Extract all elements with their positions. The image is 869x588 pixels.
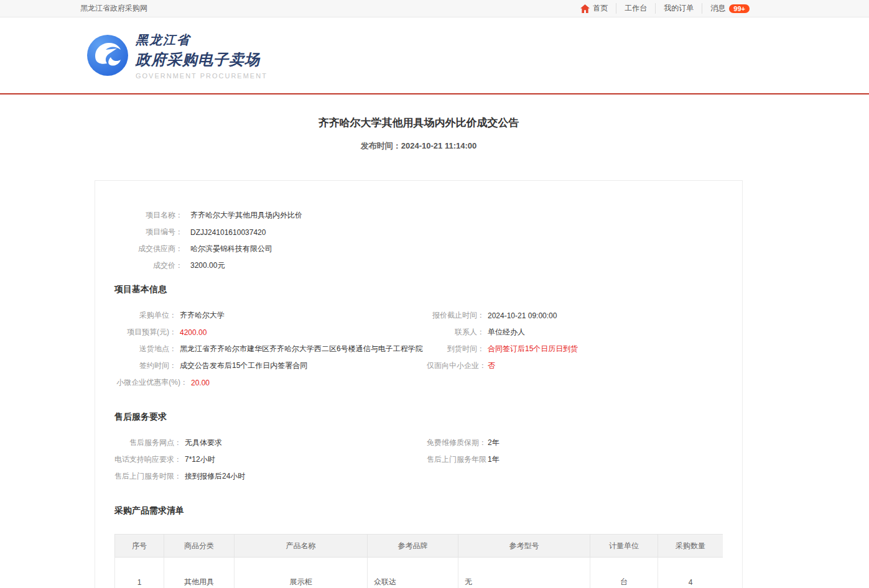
field-label: 项目名称： xyxy=(114,210,183,221)
section-title-basic-info: 项目基本信息 xyxy=(114,284,723,295)
cell-seq: 1 xyxy=(115,558,164,588)
main-content: 齐齐哈尔大学其他用具场内外比价成交公告 发布时间：2024-10-21 11:1… xyxy=(95,116,743,588)
field-label: 到货时间： xyxy=(427,344,485,354)
logo-text-block: 黑龙江省 政府采购电子卖场 GOVERNMENT PROCUREMENT xyxy=(136,32,267,80)
field-label: 小微企业优惠率(%)： xyxy=(114,377,188,388)
field-value-highlight: 否 xyxy=(488,361,495,371)
nav-home-label: 首页 xyxy=(593,3,608,14)
info-row-contact: 联系人： 单位经办人 xyxy=(427,324,723,341)
field-label: 采购单位： xyxy=(114,310,177,321)
field-label: 成交供应商： xyxy=(114,244,183,254)
field-value: 1年 xyxy=(488,454,500,465)
field-value: 齐齐哈尔大学其他用具场内外比价 xyxy=(190,210,302,221)
field-label: 项目编号： xyxy=(114,227,183,237)
info-row-sme-only: 仅面向中小企业： 否 xyxy=(427,357,723,374)
nav-messages[interactable]: 消息 99+ xyxy=(702,3,750,14)
field-value: 2024-10-21 09:00:00 xyxy=(488,311,557,320)
field-value: 无具体要求 xyxy=(185,438,222,448)
nav-my-orders[interactable]: 我的订单 xyxy=(655,3,702,14)
col-header-product-name: 产品名称 xyxy=(235,535,368,558)
product-table-container: 序号 商品分类 产品名称 参考品牌 参考型号 计量单位 采购数量 1 其他用具 … xyxy=(114,534,723,588)
site-logo[interactable]: 黑龙江省 政府采购电子卖场 GOVERNMENT PROCUREMENT xyxy=(87,32,267,80)
basic-info-left-col: 采购单位： 齐齐哈尔大学 项目预算(元)： 4200.00 送货地点： 黑龙江省… xyxy=(114,307,427,391)
publish-time-line: 发布时间：2024-10-21 11:14:00 xyxy=(95,140,743,152)
announcement-title: 齐齐哈尔大学其他用具场内外比价成交公告 xyxy=(95,116,743,130)
nav-messages-label: 消息 xyxy=(710,3,725,14)
info-row-service-outlet: 售后服务网点： 无具体要求 xyxy=(114,434,427,451)
field-value: 3200.00元 xyxy=(190,260,225,271)
nav-home[interactable]: 首页 xyxy=(572,3,616,14)
nav-my-orders-label: 我的订单 xyxy=(664,3,694,14)
site-name-link[interactable]: 黑龙江省政府采购网 xyxy=(80,3,147,14)
field-label: 联系人： xyxy=(427,327,485,338)
info-row-arrival-time: 到货时间： 合同签订后15个日历日到货 xyxy=(427,341,723,357)
field-label: 售后上门服务时限： xyxy=(114,471,182,482)
col-header-category: 商品分类 xyxy=(164,535,235,558)
announcement-card: 项目名称： 齐齐哈尔大学其他用具场内外比价 项目编号： DZJJ24101610… xyxy=(95,180,743,588)
col-header-seq: 序号 xyxy=(115,535,164,558)
logo-platform-name: 政府采购电子卖场 xyxy=(136,50,267,70)
info-row-purchaser: 采购单位： 齐齐哈尔大学 xyxy=(114,307,427,324)
section-title-product-list: 采购产品需求清单 xyxy=(114,505,723,517)
col-header-quantity: 采购数量 xyxy=(658,535,723,558)
summary-row-project-name: 项目名称： 齐齐哈尔大学其他用具场内外比价 xyxy=(114,207,723,224)
field-value-highlight: 20.00 xyxy=(191,379,210,387)
field-label: 售后上门服务年限： xyxy=(427,454,485,465)
publish-time-value: 2024-10-21 11:14:00 xyxy=(401,141,476,150)
publish-time-label: 发布时间： xyxy=(361,141,401,150)
message-count-badge[interactable]: 99+ xyxy=(729,4,750,13)
info-row-budget: 项目预算(元)： 4200.00 xyxy=(114,324,427,341)
after-sales-grid: 售后服务网点： 无具体要求 电话支持响应要求： 7*12小时 售后上门服务时限：… xyxy=(114,434,723,485)
field-value: 单位经办人 xyxy=(488,327,525,338)
col-header-unit: 计量单位 xyxy=(590,535,658,558)
field-label: 项目预算(元)： xyxy=(114,327,177,338)
dragon-logo-icon xyxy=(87,35,128,76)
basic-info-right-col: 报价截止时间： 2024-10-21 09:00:00 联系人： 单位经办人 到… xyxy=(427,307,723,391)
home-icon xyxy=(580,4,590,13)
cell-category: 其他用具 xyxy=(164,558,235,588)
nav-workbench[interactable]: 工作台 xyxy=(616,3,655,14)
info-row-warranty: 免费维修质保期： 2年 xyxy=(427,434,723,451)
after-sales-left-col: 售后服务网点： 无具体要求 电话支持响应要求： 7*12小时 售后上门服务时限：… xyxy=(114,434,427,485)
field-label: 成交价： xyxy=(114,260,183,271)
col-header-ref-model: 参考型号 xyxy=(458,535,590,558)
info-row-delivery-address: 送货地点： 黑龙江省齐齐哈尔市建华区齐齐哈尔大学西二区6号楼通信与电子工程学院 xyxy=(114,341,427,357)
field-value: 哈尔滨晏锦科技有限公司 xyxy=(190,244,272,254)
field-label: 电话支持响应要求： xyxy=(114,454,182,465)
field-label: 仅面向中小企业： xyxy=(427,361,485,371)
nav-workbench-label: 工作台 xyxy=(625,3,647,14)
site-header: 黑龙江省 政府采购电子卖场 GOVERNMENT PROCUREMENT xyxy=(0,17,869,94)
field-value: 2年 xyxy=(488,438,500,448)
summary-row-project-no: 项目编号： DZJJ24101610037420 xyxy=(114,224,723,241)
product-table: 序号 商品分类 产品名称 参考品牌 参考型号 计量单位 采购数量 1 其他用具 … xyxy=(114,534,723,588)
field-value: 黑龙江省齐齐哈尔市建华区齐齐哈尔大学西二区6号楼通信与电子工程学院 xyxy=(180,344,423,354)
logo-region-name: 黑龙江省 xyxy=(136,32,267,48)
field-value-highlight: 4200.00 xyxy=(180,328,207,337)
logo-caption-en: GOVERNMENT PROCUREMENT xyxy=(136,72,267,80)
info-row-quote-deadline: 报价截止时间： 2024-10-21 09:00:00 xyxy=(427,307,723,324)
table-header-row: 序号 商品分类 产品名称 参考品牌 参考型号 计量单位 采购数量 xyxy=(115,535,723,558)
field-value: DZJJ24101610037420 xyxy=(190,228,266,237)
field-label: 签约时间： xyxy=(114,361,177,371)
table-row: 1 其他用具 展示柜 众联达 无 台 4 xyxy=(115,558,723,588)
info-row-sme-discount: 小微企业优惠率(%)： 20.00 xyxy=(114,374,427,391)
field-label: 报价截止时间： xyxy=(427,310,485,321)
field-value: 齐齐哈尔大学 xyxy=(180,310,225,321)
summary-row-supplier: 成交供应商： 哈尔滨晏锦科技有限公司 xyxy=(114,241,723,257)
top-utility-bar: 黑龙江省政府采购网 首页 工作台 我的订单 消息 99+ xyxy=(0,0,869,17)
field-value: 成交公告发布后15个工作日内签署合同 xyxy=(180,361,307,371)
info-row-signing-time: 签约时间： 成交公告发布后15个工作日内签署合同 xyxy=(114,357,427,374)
field-label: 免费维修质保期： xyxy=(427,438,485,448)
info-row-phone-support: 电话支持响应要求： 7*12小时 xyxy=(114,451,427,468)
summary-block: 项目名称： 齐齐哈尔大学其他用具场内外比价 项目编号： DZJJ24101610… xyxy=(114,207,723,274)
col-header-ref-brand: 参考品牌 xyxy=(368,535,458,558)
summary-row-deal-price: 成交价： 3200.00元 xyxy=(114,257,723,274)
basic-info-grid: 采购单位： 齐齐哈尔大学 项目预算(元)： 4200.00 送货地点： 黑龙江省… xyxy=(114,307,723,391)
after-sales-right-col: 免费维修质保期： 2年 售后上门服务年限： 1年 xyxy=(427,434,723,485)
cell-quantity: 4 xyxy=(658,558,723,588)
cell-unit: 台 xyxy=(590,558,658,588)
field-label: 送货地点： xyxy=(114,344,177,354)
field-value-highlight: 合同签订后15个日历日到货 xyxy=(488,344,578,354)
field-label: 售后服务网点： xyxy=(114,438,182,448)
section-title-after-sales: 售后服务要求 xyxy=(114,411,723,423)
